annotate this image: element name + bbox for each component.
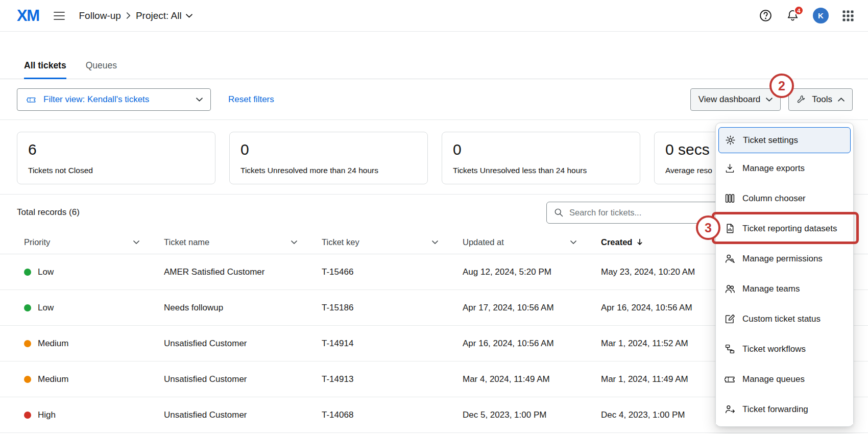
- sort-descending-icon[interactable]: [637, 238, 643, 246]
- menu-item-label: Manage permissions: [742, 254, 823, 264]
- chevron-up-icon: [838, 98, 845, 102]
- avatar[interactable]: K: [813, 8, 829, 23]
- ticket-name-cell: Unsatisfied Customer: [164, 339, 322, 349]
- tools-button[interactable]: Tools: [788, 88, 853, 111]
- gear-icon: [725, 135, 736, 146]
- stat-card-unresolved-more-24h: 0 Tickets Unresolved more than 24 hours: [229, 132, 428, 184]
- edit-icon: [725, 314, 735, 324]
- priority-label: Medium: [38, 374, 68, 384]
- ticket-key-cell: T-15186: [322, 303, 463, 313]
- ticket-name-cell: Unsatisfied Customer: [164, 410, 322, 420]
- updated-at-cell: Aug 12, 2024, 5:20 PM: [463, 267, 601, 277]
- menu-item-manage-permissions[interactable]: Manage permissions: [716, 244, 853, 274]
- priority-label: High: [38, 410, 56, 420]
- menu-item-label: Manage queues: [742, 374, 805, 384]
- ticket-name-cell: Needs followup: [164, 303, 322, 313]
- chevron-down-icon[interactable]: [133, 240, 139, 244]
- help-icon[interactable]: [759, 9, 773, 22]
- priority-label: Low: [38, 303, 54, 313]
- columns-icon: [725, 193, 735, 204]
- priority-dot: [24, 376, 31, 383]
- stat-label: Tickets Unresolved less than 24 hours: [453, 166, 629, 175]
- menu-item-ticket-forwarding[interactable]: Ticket forwarding: [716, 394, 853, 424]
- menu-item-custom-ticket-status[interactable]: Custom ticket status: [716, 304, 853, 334]
- tab-all-tickets[interactable]: All tickets: [24, 60, 66, 79]
- ticket-key-cell: T-14914: [322, 339, 463, 349]
- search-icon: [553, 207, 564, 218]
- app-grid-icon[interactable]: [842, 10, 854, 21]
- updated-at-cell: Apr 16, 2024, 10:56 AM: [463, 339, 601, 349]
- ticket-key-cell: T-14068: [322, 410, 463, 420]
- menu-item-ticket-settings[interactable]: Ticket settings: [718, 127, 851, 153]
- column-label: Ticket name: [164, 237, 209, 247]
- chevron-down-icon: [196, 98, 203, 102]
- column-header-updated-at[interactable]: Updated at: [463, 237, 601, 247]
- column-header-ticket-key[interactable]: Ticket key: [322, 237, 463, 247]
- person-key-icon: [725, 253, 735, 264]
- ticket-name-cell: AMER Satisfied Customer: [164, 267, 322, 277]
- menu-item-label: Manage exports: [742, 163, 805, 174]
- view-dashboard-button[interactable]: View dashboard: [690, 88, 781, 111]
- ticket-icon: [725, 374, 735, 384]
- xm-logo: XM: [17, 7, 39, 25]
- breadcrumb-project-name[interactable]: Follow-up: [79, 10, 121, 21]
- menu-item-column-chooser[interactable]: Column chooser: [716, 183, 853, 213]
- menu-item-label: Column chooser: [742, 194, 806, 204]
- workflow-icon: [725, 344, 735, 354]
- chevron-down-icon[interactable]: [570, 240, 576, 244]
- menu-item-label: Custom ticket status: [742, 314, 821, 324]
- priority-label: Medium: [38, 339, 68, 349]
- filter-view-label: Filter view: Kendall's tickets: [43, 94, 190, 105]
- updated-at-cell: Dec 5, 2023, 1:00 PM: [463, 410, 601, 420]
- column-label: Created: [601, 237, 632, 247]
- updated-at-cell: Mar 4, 2024, 11:49 AM: [463, 374, 601, 384]
- chevron-down-icon: [186, 14, 192, 18]
- priority-cell: Low: [24, 303, 164, 313]
- stat-value: 0: [453, 141, 629, 158]
- chevron-right-icon: [126, 12, 131, 19]
- column-label: Ticket key: [322, 237, 359, 247]
- chevron-down-icon[interactable]: [432, 240, 438, 244]
- wrench-icon: [797, 94, 806, 104]
- stat-card-not-closed: 6 Tickets not Closed: [17, 132, 215, 184]
- menu-item-label: Ticket settings: [743, 135, 798, 146]
- menu-item-label: Ticket workflows: [742, 344, 806, 354]
- column-label: Priority: [24, 237, 50, 247]
- total-records-label: Total records (6): [17, 207, 80, 218]
- column-header-priority[interactable]: Priority: [24, 237, 164, 247]
- tab-queues[interactable]: Queues: [86, 60, 117, 79]
- reset-filters-link[interactable]: Reset filters: [228, 94, 274, 105]
- priority-label: Low: [38, 267, 54, 277]
- breadcrumb: Follow-up Project: All: [79, 10, 192, 21]
- menu-item-ticket-reporting-datasets[interactable]: Ticket reporting datasets: [716, 213, 853, 244]
- filter-view-dropdown[interactable]: Filter view: Kendall's tickets: [17, 88, 211, 111]
- stat-card-unresolved-less-24h: 0 Tickets Unresolved less than 24 hours: [442, 132, 640, 184]
- project-scope-dropdown[interactable]: Project: All: [136, 10, 192, 21]
- chevron-down-icon[interactable]: [291, 240, 297, 244]
- view-dashboard-label: View dashboard: [698, 94, 761, 105]
- notifications-bell-icon[interactable]: 4: [786, 9, 799, 22]
- filter-bar: Filter view: Kendall's tickets Reset fil…: [0, 79, 868, 120]
- priority-cell: Medium: [24, 339, 164, 349]
- menu-item-manage-exports[interactable]: Manage exports: [716, 153, 853, 183]
- ticket-icon: [25, 95, 38, 104]
- chevron-down-icon: [766, 98, 773, 102]
- priority-cell: High: [24, 410, 164, 420]
- priority-dot: [24, 269, 31, 276]
- tabs: All tickets Queues: [0, 60, 868, 79]
- priority-dot: [24, 340, 31, 347]
- menu-item-label: Manage teams: [742, 284, 800, 294]
- column-header-ticket-name[interactable]: Ticket name: [164, 237, 322, 247]
- menu-item-label: Ticket forwarding: [742, 404, 808, 415]
- report-icon: [725, 223, 735, 234]
- stat-label: Tickets not Closed: [28, 166, 204, 175]
- menu-item-ticket-workflows[interactable]: Ticket workflows: [716, 334, 853, 364]
- tools-menu: Ticket settings Manage exports Column ch…: [715, 123, 854, 427]
- priority-cell: Low: [24, 267, 164, 277]
- menu-item-label: Ticket reporting datasets: [742, 224, 837, 234]
- ticket-key-cell: T-14913: [322, 374, 463, 384]
- menu-item-manage-queues[interactable]: Manage queues: [716, 364, 853, 394]
- menu-item-manage-teams[interactable]: Manage teams: [716, 274, 853, 304]
- tools-label: Tools: [812, 94, 832, 105]
- hamburger-menu-icon[interactable]: [54, 11, 65, 20]
